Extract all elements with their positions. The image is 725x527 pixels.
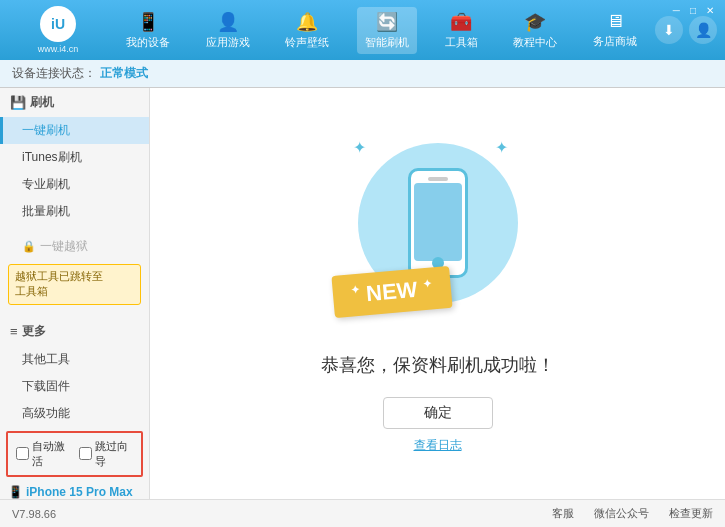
nav-smart-flash[interactable]: 🔄 智能刷机 <box>357 7 417 54</box>
nav-tutorial[interactable]: 🎓 教程中心 <box>505 7 565 54</box>
confirm-button[interactable]: 确定 <box>383 397 493 429</box>
auto-activate-checkbox[interactable] <box>16 447 29 460</box>
close-btn[interactable]: ✕ <box>703 4 717 17</box>
sparkle-tr-icon: ✦ <box>495 138 508 157</box>
toolbox-icon: 🧰 <box>450 11 472 33</box>
nav-items: 📱 我的设备 👤 应用游戏 🔔 铃声壁纸 🔄 智能刷机 🧰 工具箱 🎓 <box>108 7 655 54</box>
status-value: 正常模式 <box>100 65 148 82</box>
footer-link-home[interactable]: 客服 <box>552 506 574 521</box>
window-controls: ─ □ ✕ <box>670 4 717 17</box>
view-log-link[interactable]: 查看日志 <box>414 437 462 454</box>
skip-guide-label[interactable]: 跳过向导 <box>79 439 134 469</box>
more-section-icon: ≡ <box>10 324 18 339</box>
ringtone-icon: 🔔 <box>296 11 318 33</box>
minimize-btn[interactable]: ─ <box>670 4 683 17</box>
nav-ringtones[interactable]: 🔔 铃声壁纸 <box>277 7 337 54</box>
skip-guide-checkbox[interactable] <box>79 447 92 460</box>
footer-link-wechat[interactable]: 微信公众号 <box>594 506 649 521</box>
topbar: iU www.i4.cn 📱 我的设备 👤 应用游戏 🔔 铃声壁纸 🔄 智能刷机 <box>0 0 725 60</box>
flash-section-icon: 💾 <box>10 95 26 110</box>
logo-subtitle: www.i4.cn <box>38 44 79 54</box>
sidebar-bottom: 自动激活 跳过向导 📱 iPhone 15 Pro Max 512GB iPho… <box>0 427 149 499</box>
sidebar: 💾 刷机 一键刷机 iTunes刷机 专业刷机 批量刷机 🔒 一键越狱 越狱工具… <box>0 88 150 499</box>
nav-apps-games[interactable]: 👤 应用游戏 <box>198 7 258 54</box>
device-phone-icon: 📱 <box>8 485 23 499</box>
service-icon: 🖥 <box>606 11 624 32</box>
nav-my-device[interactable]: 📱 我的设备 <box>118 7 178 54</box>
sidebar-item-advanced[interactable]: 高级功能 <box>0 400 149 427</box>
sidebar-item-download-firmware[interactable]: 下载固件 <box>0 373 149 400</box>
sidebar-item-batch-flash[interactable]: 批量刷机 <box>0 198 149 225</box>
sidebar-item-jailbreak: 🔒 一键越狱 <box>0 233 149 260</box>
flash-icon: 🔄 <box>376 11 398 33</box>
logo-area: iU www.i4.cn <box>8 6 108 54</box>
logo-icon: iU <box>40 6 76 42</box>
checkbox-area: 自动激活 跳过向导 <box>6 431 143 477</box>
phone-body <box>408 168 468 278</box>
footer: V7.98.66 客服 微信公众号 检查更新 <box>0 499 725 527</box>
sidebar-item-itunes-flash[interactable]: iTunes刷机 <box>0 144 149 171</box>
statusbar: 设备连接状态： 正常模式 <box>0 60 725 88</box>
top-right-area: ⬇ 👤 <box>655 16 717 44</box>
account-btn[interactable]: 👤 <box>689 16 717 44</box>
auto-activate-label[interactable]: 自动激活 <box>16 439 71 469</box>
download-btn[interactable]: ⬇ <box>655 16 683 44</box>
device-info: 📱 iPhone 15 Pro Max 512GB iPhone <box>0 481 149 499</box>
apps-icon: 👤 <box>217 11 239 33</box>
sidebar-item-pro-flash[interactable]: 专业刷机 <box>0 171 149 198</box>
lock-icon: 🔒 <box>22 240 36 253</box>
sparkle-tl-icon: ✦ <box>353 138 366 157</box>
version-label: V7.98.66 <box>12 508 56 520</box>
main-area: 💾 刷机 一键刷机 iTunes刷机 专业刷机 批量刷机 🔒 一键越狱 越狱工具… <box>0 88 725 499</box>
device-name: 📱 iPhone 15 Pro Max <box>8 485 141 499</box>
notice-box: 越狱工具已跳转至工具箱 <box>8 264 141 305</box>
new-ribbon: ✦ NEW ✦ <box>331 266 452 318</box>
success-text: 恭喜您，保资料刷机成功啦！ <box>321 353 555 377</box>
sidebar-section-more: ≡ 更多 <box>0 317 149 346</box>
maximize-btn[interactable]: □ <box>687 4 699 17</box>
sidebar-item-one-key-flash[interactable]: 一键刷机 <box>0 117 149 144</box>
nav-service[interactable]: 🖥 务店商城 <box>585 7 645 53</box>
device-icon: 📱 <box>137 11 159 33</box>
sidebar-section-flash: 💾 刷机 <box>0 88 149 117</box>
phone-illustration: ✦ ✦ ✦ ✦ NEW ✦ <box>348 133 528 333</box>
content-area: ✦ ✦ ✦ ✦ NEW ✦ 恭喜您，保资料刷机成功啦！ 确定 查看日志 <box>150 88 725 499</box>
nav-toolbox[interactable]: 🧰 工具箱 <box>437 7 486 54</box>
status-prefix: 设备连接状态： <box>12 65 96 82</box>
phone-speaker <box>428 177 448 181</box>
phone-screen <box>414 183 462 261</box>
tutorial-icon: 🎓 <box>524 11 546 33</box>
sidebar-item-other-tools[interactable]: 其他工具 <box>0 346 149 373</box>
footer-link-refresh[interactable]: 检查更新 <box>669 506 713 521</box>
